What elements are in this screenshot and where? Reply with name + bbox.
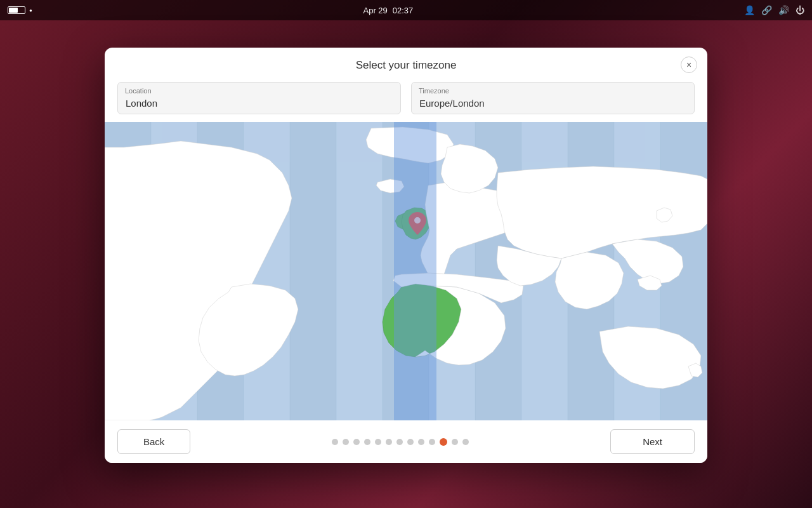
progress-dot-11: [440, 438, 447, 446]
progress-dot-5: [375, 439, 381, 445]
timezone-input[interactable]: [411, 82, 695, 114]
timezone-map[interactable]: [105, 122, 707, 420]
progress-dot-4: [364, 439, 370, 445]
progress-dot-9: [418, 439, 424, 445]
location-input[interactable]: [117, 82, 401, 114]
timezone-label: Timezone: [419, 87, 449, 95]
next-button[interactable]: Next: [610, 429, 695, 454]
progress-dot-3: [353, 439, 360, 445]
progress-dot-1: [332, 439, 338, 445]
progress-dot-13: [462, 439, 469, 445]
timezone-highlight: [394, 122, 436, 420]
svg-rect-15: [290, 122, 336, 420]
progress-dot-6: [386, 439, 392, 445]
sound-icon[interactable]: 🔊: [778, 5, 789, 15]
battery-icon: [8, 6, 25, 14]
progress-dot-7: [396, 439, 403, 445]
topbar-time: 02:37: [393, 6, 414, 15]
progress-dot-12: [452, 439, 458, 445]
topbar-left: ●: [8, 6, 32, 14]
dialog-header: Select your timezone ×: [105, 48, 707, 72]
close-button[interactable]: ×: [681, 57, 697, 73]
progress-dot-2: [343, 439, 349, 445]
progress-dots: [332, 438, 469, 446]
topbar-right: 👤 🔗 🔊 ⏻: [744, 5, 804, 15]
topbar-date: Apr 29: [363, 6, 387, 15]
dialog-footer: Back Next: [105, 420, 707, 463]
topbar: ● Apr 29 02:37 👤 🔗 🔊 ⏻: [0, 0, 812, 20]
progress-dot-10: [429, 439, 435, 445]
topbar-dot: ●: [29, 8, 32, 13]
dialog-title: Select your timezone: [356, 59, 457, 72]
dialog-fields: Location Timezone: [105, 72, 707, 122]
battery-fill: [9, 8, 18, 13]
person-icon[interactable]: 👤: [744, 5, 755, 15]
power-icon[interactable]: ⏻: [796, 5, 804, 15]
topbar-center: Apr 29 02:37: [363, 6, 413, 15]
location-field-group: Location: [117, 82, 401, 114]
network-icon[interactable]: 🔗: [761, 5, 772, 15]
progress-dot-8: [407, 439, 414, 445]
timezone-field-group: Timezone: [411, 82, 695, 114]
back-button[interactable]: Back: [117, 429, 190, 454]
timezone-dialog: Select your timezone × Location Timezone: [105, 48, 707, 463]
location-label: Location: [125, 87, 152, 95]
